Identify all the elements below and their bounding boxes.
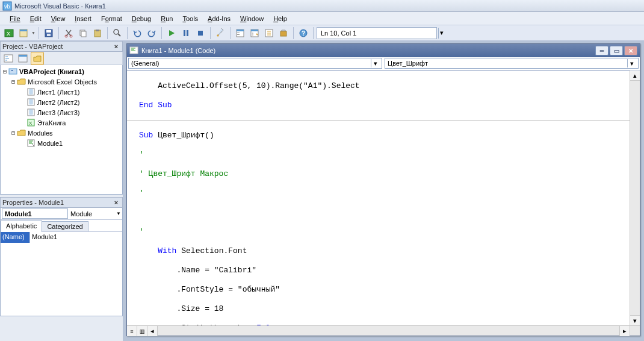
menu-window[interactable]: Window — [235, 14, 268, 23]
code-window-title-bar[interactable]: Книга1 - Module1 (Code) ━ ▭ ✕ — [127, 44, 640, 57]
tree-folder-excel[interactable]: ⊟ Microsoft Excel Objects — [1, 77, 122, 87]
tree-folder-modules[interactable]: ⊟ Modules — [1, 128, 122, 138]
break-button[interactable] — [179, 27, 193, 40]
properties-button[interactable] — [248, 27, 261, 40]
svg-rect-5 — [20, 30, 27, 31]
properties-panel-title: Properties - Module1 — [2, 199, 64, 206]
menu-bar: File Edit View Insert Format Debug Run T… — [0, 12, 644, 25]
svg-rect-22 — [237, 34, 240, 35]
svg-rect-14 — [96, 30, 99, 31]
design-mode-button[interactable] — [214, 27, 227, 40]
scroll-down-button[interactable]: ▾ — [630, 315, 640, 325]
view-object-button[interactable] — [16, 52, 29, 65]
menu-edit[interactable]: Edit — [25, 14, 46, 23]
cut-button[interactable] — [62, 27, 75, 40]
reset-button[interactable] — [194, 27, 207, 40]
project-toolbar — [0, 52, 123, 65]
project-explorer-button[interactable] — [234, 27, 247, 40]
svg-rect-21 — [237, 33, 240, 33]
svg-rect-32 — [9, 69, 17, 74]
tree-folder-excel-label: Microsoft Excel Objects — [28, 78, 97, 86]
chevron-down-icon: ▾ — [371, 59, 379, 67]
svg-rect-8 — [47, 34, 51, 36]
menu-format[interactable]: Format — [96, 14, 127, 23]
help-button[interactable]: ? — [297, 27, 310, 40]
property-value-cell[interactable]: Module1 — [30, 232, 122, 243]
scroll-right-button[interactable]: ▸ — [619, 326, 630, 336]
tree-thisworkbook[interactable]: X ЭтаКнига — [1, 117, 122, 128]
project-panel-header: Project - VBAProject × — [0, 41, 123, 52]
lncol-text: Ln 10, Col 1 — [321, 30, 356, 37]
tree-sheet-1[interactable]: Лист1 (Лист1) — [1, 87, 122, 97]
svg-rect-20 — [237, 30, 244, 31]
tree-module1[interactable]: Module1 — [1, 138, 122, 148]
find-button[interactable] — [111, 27, 124, 40]
redo-button[interactable] — [145, 27, 158, 40]
svg-rect-33 — [11, 70, 13, 71]
vertical-scrollbar[interactable]: ▴ ▾ — [630, 70, 640, 325]
svg-rect-31 — [19, 55, 27, 57]
minimize-button[interactable]: ━ — [595, 46, 608, 55]
project-panel-title: Project - VBAProject — [2, 43, 63, 50]
menu-insert[interactable]: Insert — [70, 14, 96, 23]
tree-root-label: VBAProject (Книга1) — [19, 68, 84, 75]
insert-userform-button[interactable] — [17, 27, 30, 40]
svg-rect-18 — [198, 31, 203, 36]
close-button[interactable]: ✕ — [624, 46, 637, 55]
tree-folder-modules-label: Modules — [28, 130, 53, 137]
svg-rect-12 — [81, 31, 86, 37]
title-bar: vb Microsoft Visual Basic - Книга1 — [0, 0, 644, 12]
properties-object-selector[interactable]: Module1 Module ▼ — [1, 208, 122, 220]
tree-root[interactable]: ⊟ VBAProject (Книга1) — [1, 66, 122, 77]
toggle-folders-button[interactable] — [31, 52, 44, 65]
svg-text:X: X — [7, 31, 10, 37]
property-row[interactable]: (Name) Module1 — [1, 232, 122, 243]
object-browser-button[interactable] — [262, 27, 276, 40]
line-column-indicator: Ln 10, Col 1 — [317, 27, 437, 39]
procedure-combo[interactable]: Цвет_Шрифт ▾ — [385, 58, 639, 69]
scroll-left-button[interactable]: ◂ — [147, 326, 158, 336]
svg-text:?: ? — [302, 30, 305, 37]
svg-point-15 — [114, 30, 119, 34]
scroll-up-button[interactable]: ▴ — [630, 70, 640, 81]
view-code-button[interactable] — [2, 52, 15, 65]
run-button[interactable] — [165, 27, 178, 40]
menu-help[interactable]: Help — [268, 14, 292, 23]
menu-view[interactable]: View — [46, 14, 70, 23]
app-icon: vb — [2, 1, 12, 11]
properties-tab-alphabetic[interactable]: Alphabetic — [1, 221, 42, 232]
menu-debug[interactable]: Debug — [127, 14, 156, 23]
svg-rect-7 — [46, 30, 51, 33]
horizontal-scrollbar[interactable]: ◂ ▸ — [147, 326, 630, 336]
svg-text:X: X — [29, 120, 33, 126]
menu-file[interactable]: File — [5, 14, 25, 23]
save-button[interactable] — [42, 27, 55, 40]
code-editor[interactable]: ActiveCell.Offset(5, 10).Range("A1").Sel… — [127, 70, 630, 325]
undo-button[interactable] — [131, 27, 144, 40]
svg-text:vb: vb — [4, 4, 10, 10]
tree-sheet-2[interactable]: Лист2 (Лист2) — [1, 97, 122, 107]
view-excel-button[interactable]: X — [2, 27, 16, 40]
lncol-dropdown[interactable]: ▾ — [438, 28, 445, 39]
svg-rect-17 — [187, 30, 188, 36]
object-combo[interactable]: (General) ▾ — [128, 58, 382, 69]
paste-button[interactable] — [91, 27, 104, 40]
maximize-button[interactable]: ▭ — [610, 46, 623, 55]
menu-run[interactable]: Run — [156, 14, 178, 23]
full-module-view-button[interactable]: ▥ — [137, 326, 147, 336]
tree-sheet-3[interactable]: Лист3 (Лист3) — [1, 107, 122, 117]
window-title: Microsoft Visual Basic - Книга1 — [14, 2, 106, 10]
mdi-area: Книга1 - Module1 (Code) ━ ▭ ✕ (General) … — [123, 41, 644, 341]
copy-button[interactable] — [76, 27, 90, 40]
menu-tools[interactable]: Tools — [178, 14, 203, 23]
svg-rect-24 — [251, 30, 258, 31]
project-panel-close[interactable]: × — [112, 42, 120, 51]
svg-rect-26 — [280, 31, 286, 36]
procedure-view-button[interactable]: ≡ — [127, 326, 137, 336]
properties-panel-close[interactable]: × — [112, 198, 120, 207]
project-tree[interactable]: ⊟ VBAProject (Книга1) ⊟ Microsoft Excel … — [0, 65, 123, 195]
code-window-icon — [129, 46, 139, 55]
toolbox-button[interactable] — [277, 27, 290, 40]
properties-tab-categorized[interactable]: Categorized — [42, 221, 88, 231]
menu-addins[interactable]: Add-Ins — [203, 14, 235, 23]
